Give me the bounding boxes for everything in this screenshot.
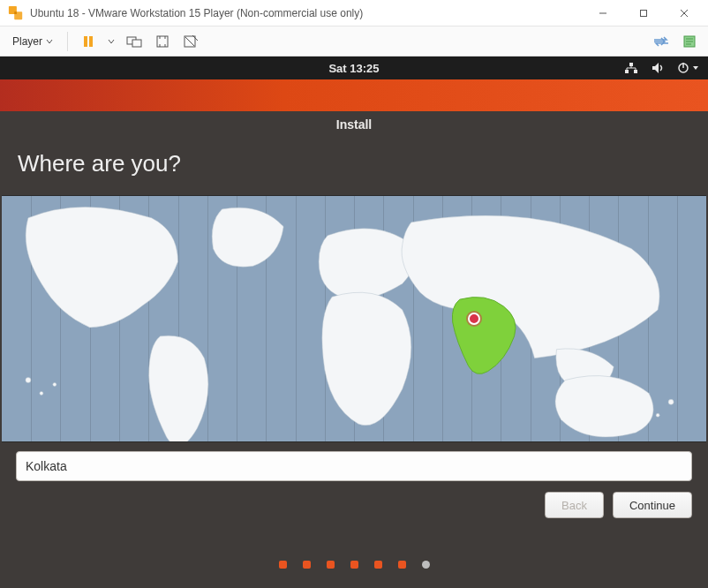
svg-point-28	[656, 413, 659, 417]
cycle-multiple-monitors-button[interactable]	[650, 30, 673, 53]
power-icon	[677, 62, 689, 74]
svg-rect-11	[157, 36, 168, 47]
pause-vm-button[interactable]	[77, 30, 100, 53]
progress-dot	[398, 561, 406, 569]
progress-dot	[422, 561, 430, 569]
notes-icon	[682, 34, 697, 49]
chevron-down-icon	[692, 64, 699, 72]
unity-icon	[183, 34, 199, 49]
svg-rect-21	[634, 70, 637, 73]
player-menu-label: Player	[12, 35, 42, 48]
timezone-input[interactable]	[16, 451, 692, 481]
svg-rect-19	[629, 63, 633, 66]
svg-point-25	[40, 391, 43, 395]
unity-mode-button[interactable]	[179, 30, 202, 53]
page-heading: Where are you?	[18, 150, 690, 177]
vm-guest-screen: Sat 13:25 Install Where are you?	[0, 57, 708, 588]
svg-point-26	[53, 382, 56, 386]
window-close-button[interactable]	[664, 0, 704, 26]
vmware-titlebar: Ubuntu 18 - VMware Workstation 15 Player…	[0, 0, 708, 26]
installer-title: Install	[336, 117, 372, 132]
svg-rect-7	[84, 36, 87, 47]
vmware-window-title: Ubuntu 18 - VMware Workstation 15 Player…	[30, 7, 583, 19]
timezone-map[interactable]	[2, 195, 706, 442]
svg-rect-10	[132, 40, 141, 47]
svg-rect-4	[641, 10, 647, 16]
progress-dot	[350, 561, 358, 569]
chevron-down-icon	[46, 38, 53, 45]
vmware-toolbar: Player	[0, 26, 708, 57]
installer-titlebar: Install	[0, 111, 708, 138]
svg-rect-20	[625, 70, 629, 73]
vmware-logo-icon	[7, 4, 25, 22]
world-map-svg	[2, 196, 706, 441]
progress-dot	[327, 561, 335, 569]
pause-icon	[82, 35, 94, 48]
ubuntu-clock: Sat 13:25	[328, 62, 379, 75]
progress-dot	[303, 561, 311, 569]
continue-button-label: Continue	[629, 499, 675, 512]
chevron-down-icon	[108, 38, 115, 45]
toolbar-separator	[67, 32, 68, 51]
highlighted-region	[452, 298, 516, 374]
progress-dot	[374, 561, 382, 569]
back-button[interactable]: Back	[545, 492, 604, 518]
power-menu-button[interactable]	[105, 30, 117, 53]
ubuntu-status-area[interactable]	[624, 57, 699, 79]
location-pin-icon[interactable]	[468, 313, 480, 325]
window-maximize-button[interactable]	[623, 0, 664, 26]
send-keys-icon	[126, 34, 142, 49]
progress-dots	[0, 561, 708, 569]
progress-dot	[279, 561, 287, 569]
preferences-button[interactable]	[678, 30, 701, 53]
svg-rect-8	[89, 36, 93, 47]
ubuntu-top-bar: Sat 13:25	[0, 57, 708, 79]
fullscreen-icon	[155, 34, 169, 49]
network-icon	[624, 62, 638, 74]
continue-button[interactable]: Continue	[613, 492, 692, 518]
back-button-label: Back	[561, 499, 587, 512]
svg-rect-2	[14, 11, 17, 14]
ubuntu-wallpaper-strip	[0, 79, 708, 111]
cycle-monitors-icon	[652, 36, 670, 47]
fullscreen-button[interactable]	[151, 30, 174, 53]
svg-point-24	[26, 378, 31, 383]
installer-body: Where are you?	[0, 138, 708, 588]
volume-icon	[651, 62, 665, 74]
svg-line-13	[185, 37, 194, 46]
send-ctrl-alt-del-button[interactable]	[123, 30, 146, 53]
svg-point-27	[668, 399, 674, 404]
window-minimize-button[interactable]	[583, 0, 623, 26]
player-menu[interactable]: Player	[7, 32, 58, 51]
